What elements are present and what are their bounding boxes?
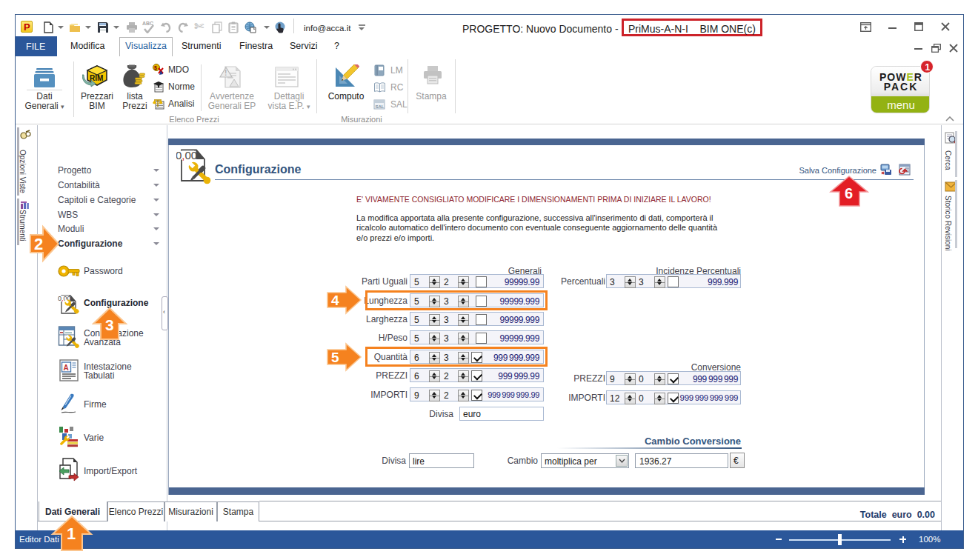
svg-text:6: 6 [845, 185, 853, 201]
svg-text:1: 1 [67, 524, 76, 543]
svg-text:SAL: SAL [376, 104, 385, 109]
svg-text:0,00: 0,00 [176, 149, 197, 161]
svg-text:4: 4 [331, 293, 339, 308]
svg-text:5: 5 [331, 350, 339, 365]
svg-text:3: 3 [105, 316, 114, 333]
svg-text:$: $ [154, 65, 157, 71]
svg-text:2: 2 [34, 235, 43, 253]
svg-text:A: A [64, 364, 69, 372]
svg-text:!: ! [224, 69, 227, 77]
